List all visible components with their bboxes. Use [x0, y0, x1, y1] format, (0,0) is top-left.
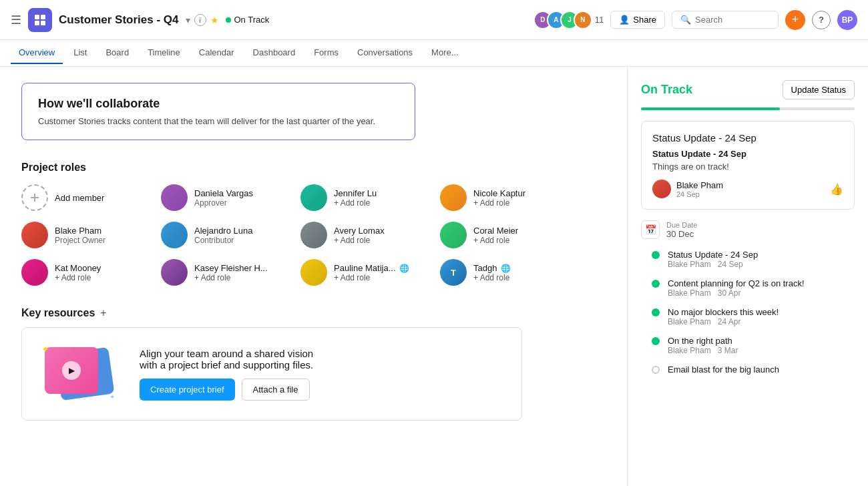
update-status-button[interactable]: Update Status — [783, 80, 855, 99]
search-box[interactable]: 🔍 — [672, 11, 779, 29]
member-role[interactable]: + Add role — [473, 236, 518, 245]
svg-rect-3 — [41, 21, 45, 25]
user-avatar[interactable]: BP — [837, 10, 857, 30]
collab-box: How we'll collaborate Customer Stories t… — [21, 83, 415, 140]
role-item-daniela[interactable]: Daniela Vargas Approver — [161, 184, 290, 211]
tab-list[interactable]: List — [65, 42, 95, 64]
role-item-blake[interactable]: Blake Pham Project Owner — [21, 222, 150, 248]
add-member-label: Add member — [55, 193, 104, 203]
role-item-jennifer[interactable]: Jennifer Lu + Add role — [300, 184, 429, 211]
globe-icon: 🌐 — [501, 264, 511, 273]
roles-grid: Add member Daniela Vargas Approver Jenni… — [21, 184, 569, 286]
avatar-group[interactable]: D A J N 11 — [533, 11, 604, 29]
role-item-alejandro[interactable]: Alejandro Luna Contributor — [161, 222, 290, 248]
tab-forms[interactable]: Forms — [306, 42, 347, 64]
info-icon[interactable]: i — [194, 14, 206, 26]
tab-overview[interactable]: Overview — [11, 42, 63, 64]
avatar-blake — [21, 222, 48, 248]
timeline-dot — [652, 366, 660, 374]
role-item-kasey[interactable]: Kasey Fleisher H... + Add role — [161, 259, 290, 286]
tab-conversations[interactable]: Conversations — [349, 42, 421, 64]
timeline-title: Content planning for Q2 is on track! — [668, 278, 805, 288]
member-name: Nicole Kaptur — [473, 188, 525, 198]
member-role[interactable]: + Add role — [473, 273, 511, 282]
member-role[interactable]: + Add role — [473, 198, 525, 208]
add-resource-icon[interactable]: + — [100, 307, 106, 319]
resources-actions: Create project brief Attach a file — [140, 379, 313, 401]
timeline-title: Status Update - 24 Sep — [668, 250, 758, 260]
timeline-meta: Blake Pham 24 Apr — [668, 317, 779, 326]
topbar-right: D A J N 11 👤 Share 🔍 + ? BP — [533, 10, 857, 30]
timeline-item: Content planning for Q2 is on track! Bla… — [652, 278, 855, 298]
role-item-nicole[interactable]: Nicole Kaptur + Add role — [440, 184, 569, 211]
timeline-dot — [652, 251, 660, 259]
add-button[interactable]: + — [785, 10, 805, 30]
share-button[interactable]: 👤 Share — [610, 11, 665, 29]
member-role: Contributor — [194, 236, 252, 245]
role-item-coral[interactable]: Coral Meier + Add role — [440, 222, 569, 248]
search-input[interactable] — [695, 15, 762, 25]
app-icon[interactable] — [28, 8, 52, 32]
star-icon[interactable]: ★ — [210, 15, 219, 25]
tab-dashboard[interactable]: Dashboard — [245, 42, 304, 64]
avatar-daniela — [161, 184, 188, 211]
add-member-icon — [21, 184, 48, 211]
timeline-meta: Blake Pham 30 Apr — [668, 288, 805, 298]
right-panel-header: On Track Update Status — [641, 80, 855, 99]
attach-file-button[interactable]: Attach a file — [242, 379, 310, 401]
role-item-tadgh[interactable]: T Tadgh 🌐 + Add role — [440, 259, 569, 286]
member-name: Avery Lomax — [334, 226, 385, 236]
create-brief-button[interactable]: Create project brief — [140, 379, 235, 401]
share-icon: 👤 — [619, 15, 630, 25]
member-name: Daniela Vargas — [194, 188, 253, 198]
progress-fill — [641, 107, 780, 110]
due-date-value: 30 Dec — [666, 229, 697, 239]
status-dot — [226, 17, 231, 23]
status-text: On Track — [234, 15, 270, 25]
avatar-pauline — [300, 259, 327, 286]
resources-header: Key resources + — [21, 307, 606, 319]
member-role: Project Owner — [55, 236, 105, 245]
tab-more[interactable]: More... — [423, 42, 466, 64]
tab-timeline[interactable]: Timeline — [140, 42, 188, 64]
member-role[interactable]: + Add role — [55, 273, 101, 282]
calendar-icon: 📅 — [641, 220, 660, 239]
avatar-coral — [440, 222, 467, 248]
avatar-kat — [21, 259, 48, 286]
resources-illustration: ▶ ✦ ✦ — [38, 344, 118, 404]
member-role[interactable]: + Add role — [194, 273, 268, 282]
member-name: Pauline Matija... 🌐 — [334, 263, 409, 273]
member-name: Kat Mooney — [55, 263, 101, 273]
project-roles-title: Project roles — [21, 162, 606, 174]
collab-description: Customer Stories tracks content that the… — [38, 116, 399, 126]
role-item-avery[interactable]: Avery Lomax + Add role — [300, 222, 429, 248]
member-role[interactable]: + Add role — [334, 273, 409, 282]
timeline-title: On the right path — [668, 336, 738, 346]
tab-board[interactable]: Board — [97, 42, 137, 64]
search-icon: 🔍 — [680, 15, 691, 25]
help-button[interactable]: ? — [812, 11, 831, 29]
timeline-meta: Blake Pham 24 Sep — [668, 260, 758, 269]
tab-calendar[interactable]: Calendar — [191, 42, 242, 64]
timeline-item: Status Update - 24 Sep Blake Pham 24 Sep — [652, 250, 855, 269]
avatar-tadgh: T — [440, 259, 467, 286]
role-item-kat[interactable]: Kat Mooney + Add role — [21, 259, 150, 286]
nav-tabs: Overview List Board Timeline Calendar Da… — [0, 40, 868, 67]
left-panel: How we'll collaborate Customer Stories t… — [0, 67, 628, 486]
role-item-pauline[interactable]: Pauline Matija... 🌐 + Add role — [300, 259, 429, 286]
member-role[interactable]: + Add role — [334, 198, 377, 208]
member-role[interactable]: + Add role — [334, 236, 385, 245]
status-card-subtitle: Status Update - 24 Sep — [652, 149, 843, 159]
chevron-down-icon[interactable]: ▾ — [186, 15, 190, 25]
hamburger-icon[interactable]: ☰ — [11, 13, 21, 27]
timeline: Status Update - 24 Sep Blake Pham 24 Sep… — [641, 250, 855, 375]
timeline-item: Email blast for the big launch — [652, 364, 855, 375]
topbar-left: ☰ Customer Stories - Q4 ▾ i ★ On Track — [11, 8, 527, 32]
globe-icon: 🌐 — [399, 264, 409, 273]
avatar-kasey — [161, 259, 188, 286]
due-date-label: Due Date — [666, 221, 697, 229]
thumbs-up-icon[interactable]: 👍 — [830, 183, 843, 196]
resources-box: ▶ ✦ ✦ Align your team around a shared vi… — [21, 327, 522, 421]
status-user-name: Blake Pham — [676, 180, 723, 190]
add-member-item[interactable]: Add member — [21, 184, 150, 211]
